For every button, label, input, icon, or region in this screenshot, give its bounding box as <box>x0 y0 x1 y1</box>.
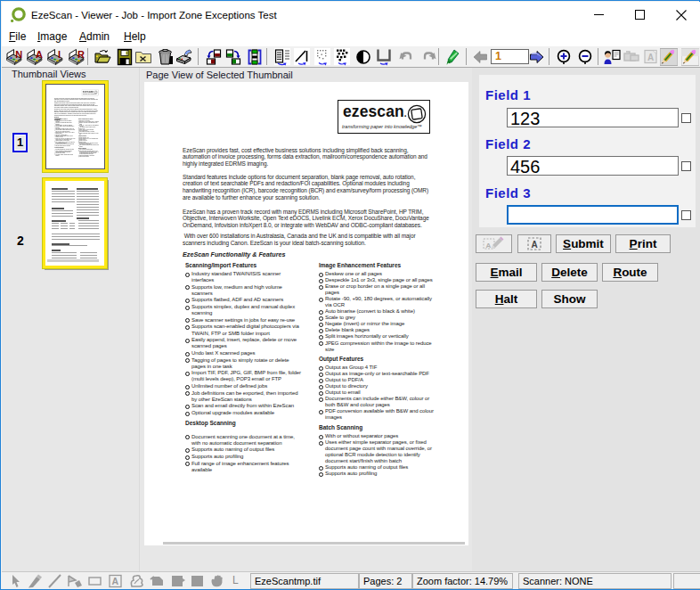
svg-text:A: A <box>647 53 654 62</box>
svg-text:R: R <box>77 49 85 60</box>
svg-text:N: N <box>15 49 22 60</box>
svg-text:A: A <box>532 240 538 250</box>
svg-text:A: A <box>36 49 43 60</box>
svg-text:I: I <box>58 49 61 60</box>
svg-text:A: A <box>112 576 119 586</box>
svg-text:A: A <box>485 242 491 250</box>
